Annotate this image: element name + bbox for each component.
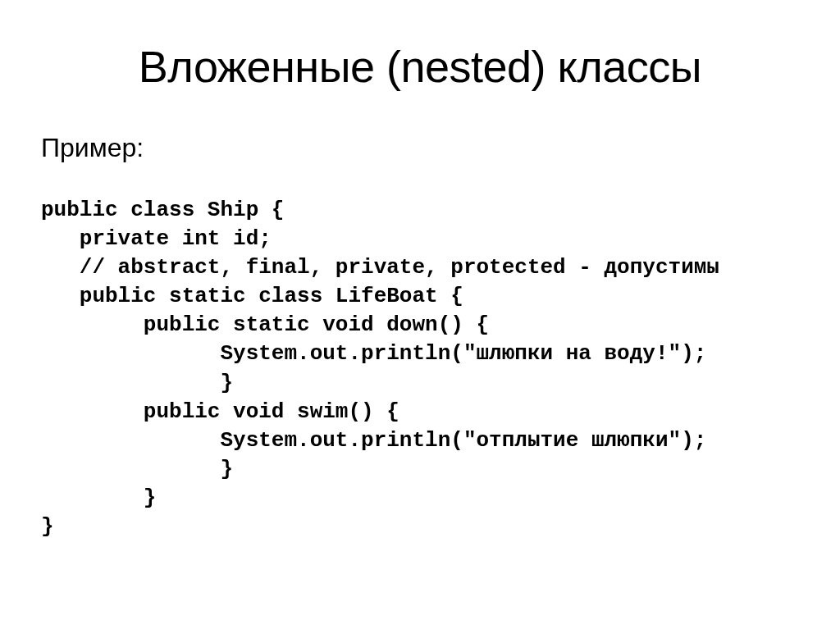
slide-title: Вложенные (nested) классы — [33, 41, 807, 92]
example-label: Пример: — [33, 133, 807, 163]
code-example: public class Ship { private int id; // a… — [33, 196, 807, 541]
